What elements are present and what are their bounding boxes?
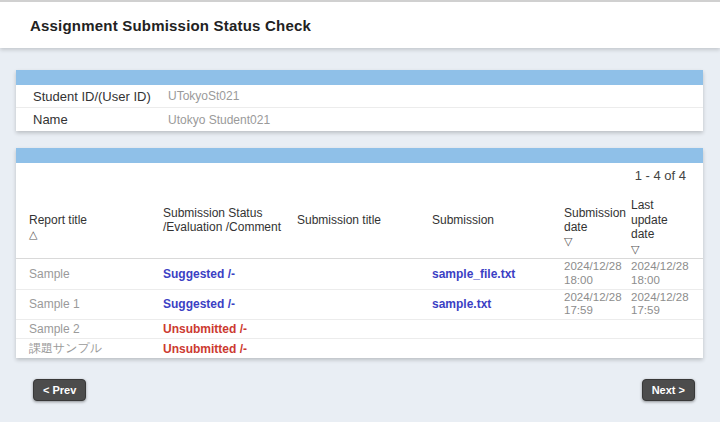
col-submission-title: Submission title	[297, 213, 432, 227]
sort-desc-icon[interactable]: ▽	[631, 243, 639, 255]
status-cell: Unsubmitted /-	[163, 342, 297, 356]
submission-date-cell: 2024/12/28 17:59	[564, 291, 631, 319]
page-title: Assignment Submission Status Check	[30, 17, 311, 34]
col-last-update-date-label: Last update date	[631, 198, 668, 241]
pagination-nav: < Prev Next >	[33, 379, 695, 401]
submission-file-link[interactable]: sample.txt	[432, 297, 491, 311]
status-cell: Suggested /-	[163, 297, 297, 311]
table-row: Sample 1 Suggested /- sample.txt 2024/12…	[16, 290, 703, 321]
student-info-header-bar	[16, 70, 703, 85]
col-last-update-date[interactable]: Last update date ▽	[631, 184, 699, 256]
sort-desc-icon[interactable]: ▽	[564, 235, 572, 247]
student-id-value: UTokyoSt021	[168, 89, 239, 103]
results-header-bar	[16, 148, 703, 163]
student-info-table: Student ID/(User ID) UTokyoSt021 Name Ut…	[16, 70, 703, 131]
main-content: Student ID/(User ID) UTokyoSt021 Name Ut…	[16, 70, 703, 358]
last-update-date-cell: 2024/12/28 18:00	[631, 260, 699, 288]
table-row: Sample 2 Unsubmitted /-	[16, 320, 703, 339]
sort-asc-icon[interactable]: △	[29, 228, 37, 240]
col-report-title-label: Report title	[29, 213, 87, 227]
report-title-cell: Sample 1	[29, 297, 163, 311]
table-row: 課題サンプル Unsubmitted /-	[16, 339, 703, 358]
student-id-row: Student ID/(User ID) UTokyoSt021	[16, 85, 703, 108]
report-title-cell: Sample 2	[29, 322, 163, 336]
col-report-title[interactable]: Report title △	[29, 198, 163, 241]
student-name-row: Name Utokyo Student021	[16, 108, 703, 131]
col-submission: Submission	[432, 213, 564, 227]
results-table: 1 - 4 of 4 Report title △ Submission Sta…	[16, 148, 703, 358]
col-submission-date[interactable]: Submission date ▽	[564, 191, 631, 249]
page-header: Assignment Submission Status Check	[0, 0, 720, 48]
student-name-value: Utokyo Student021	[168, 113, 270, 127]
report-title-cell: 課題サンプル	[29, 340, 163, 357]
status-cell: Suggested /-	[163, 267, 297, 281]
results-table-header: Report title △ Submission Status /Evalua…	[16, 183, 703, 259]
student-id-label: Student ID/(User ID)	[16, 89, 168, 104]
status-cell: Unsubmitted /-	[163, 322, 297, 336]
pagination-count: 1 - 4 of 4	[16, 163, 703, 183]
submission-file-link[interactable]: sample_file.txt	[432, 267, 515, 281]
col-submission-status: Submission Status /Evaluation /Comment	[163, 206, 297, 235]
report-title-cell: Sample	[29, 267, 163, 281]
submission-date-cell: 2024/12/28 18:00	[564, 260, 631, 288]
last-update-date-cell: 2024/12/28 17:59	[631, 291, 699, 319]
prev-button[interactable]: < Prev	[33, 379, 86, 401]
table-row: Sample Suggested /- sample_file.txt 2024…	[16, 259, 703, 290]
col-submission-date-label: Submission date	[564, 206, 626, 234]
student-name-label: Name	[16, 112, 168, 127]
next-button[interactable]: Next >	[642, 379, 695, 401]
